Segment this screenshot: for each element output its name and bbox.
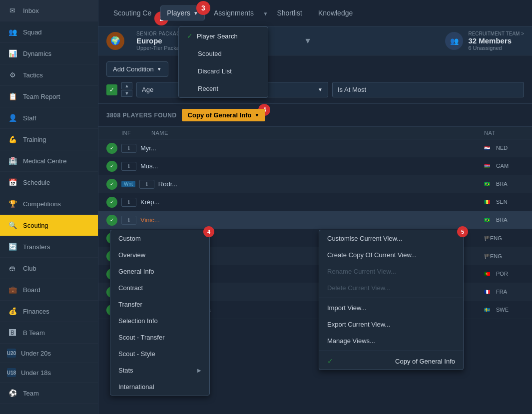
copy-general-info-option[interactable]: ✓ Copy of General Info: [319, 353, 463, 370]
add-condition-label: Add Condition: [113, 65, 154, 73]
sidebar-item-club[interactable]: 🏟 Club: [0, 258, 98, 279]
sidebar-item-squad[interactable]: 👥 Squad: [0, 21, 98, 43]
table-row[interactable]: ✓ ℹ Krép... 🇸🇳SEN: [98, 193, 532, 211]
sidebar-item-medical[interactable]: 🏥 Medical Centre: [0, 150, 98, 172]
recruit-info: 👥 RECRUITMENT TEAM > 32 Members 6 Unassi…: [445, 31, 524, 51]
recruit-details: RECRUITMENT TEAM > 32 Members 6 Unassign…: [468, 31, 524, 51]
create-copy-option[interactable]: Create Copy Of Current View...: [319, 247, 463, 263]
overview-label: Overview: [118, 251, 145, 259]
shortlist-nav[interactable]: Shortlist: [270, 5, 309, 21]
sidebar-item-board[interactable]: 💼 Board: [0, 279, 98, 301]
row-check-icon: ✓: [106, 143, 117, 154]
scout-style-view-option[interactable]: Scout - Style: [110, 346, 209, 362]
general-info-label: General Info: [118, 268, 154, 275]
sidebar-item-under20s[interactable]: U20 Under 20s: [0, 344, 98, 363]
manage-views-option[interactable]: Manage Views...: [319, 333, 463, 349]
selection-info-view-option[interactable]: Selection Info: [110, 313, 209, 329]
add-condition-button[interactable]: Add Condition ▼: [106, 61, 168, 77]
import-view-option[interactable]: Import View...: [319, 300, 463, 316]
col-nat-header: NAT: [484, 130, 524, 136]
club-icon: 🏟: [7, 263, 18, 274]
sidebar-item-dynamics[interactable]: 📊 Dynamics: [0, 43, 98, 64]
row-nat: 🏴ENG: [484, 234, 524, 242]
row-nat: 🇧🇷BRA: [484, 216, 524, 224]
scouted-label: Scouted: [198, 50, 222, 57]
sidebar-item-finances[interactable]: 💰 Finances: [0, 301, 98, 322]
customise-view-option[interactable]: Customise Current View... 5: [319, 230, 463, 247]
sidebar-item-label: Schedule: [23, 179, 50, 186]
row-info-icon: ℹ: [121, 198, 136, 207]
team-report-icon: 📋: [7, 91, 18, 102]
assignments-nav[interactable]: Assignments: [207, 5, 261, 21]
sidebar-item-label: Competitions: [23, 200, 61, 208]
stats-view-option[interactable]: Stats ▶: [110, 362, 209, 379]
players-dropdown-button[interactable]: Players ▼ 3: [160, 5, 205, 20]
table-row[interactable]: ✓ Wnt ℹ Rodr... 🇧🇷BRA: [98, 175, 532, 193]
badge-5: 5: [457, 226, 468, 237]
table-row[interactable]: ✓ ℹ Myr... 🇳🇱NED: [98, 139, 532, 157]
scouting-ce-nav[interactable]: Scouting Ce: [106, 5, 158, 21]
knowledge-nav[interactable]: Knowledge: [311, 5, 360, 21]
sidebar-item-label: Team Report: [23, 93, 60, 100]
view-options-right-menu: Customise Current View... 5 Create Copy …: [319, 230, 464, 370]
sidebar-item-label: Tactics: [23, 71, 43, 79]
sidebar-item-training[interactable]: 💪 Training: [0, 129, 98, 150]
discard-list-option[interactable]: Discard List: [179, 62, 268, 80]
separator: [319, 351, 463, 351]
sidebar-item-transfers[interactable]: 🔄 Transfers: [0, 236, 98, 258]
scouted-option[interactable]: Scouted: [179, 45, 268, 62]
contract-view-option[interactable]: Contract: [110, 280, 209, 296]
team-icon: ⚽: [7, 388, 18, 399]
tactics-icon: ⚙: [7, 69, 18, 80]
row-nat: 🇬🇲GAM: [484, 162, 524, 170]
condition-op-value[interactable]: Is At Most: [332, 82, 524, 97]
international-label: International: [118, 383, 154, 391]
recruit-label[interactable]: RECRUITMENT TEAM >: [468, 31, 524, 36]
current-view-button[interactable]: Copy of General Info ▼: [182, 109, 266, 121]
sidebar-item-label: Transfers: [23, 243, 50, 251]
delete-label: Delete Current View...: [327, 284, 390, 292]
sidebar-item-scouting[interactable]: 🔍 Scouting: [0, 215, 98, 236]
recruit-members: 32 Members: [468, 36, 524, 45]
player-search-option[interactable]: ✓ Player Search: [179, 27, 268, 45]
rename-view-option: Rename Current View...: [319, 263, 463, 280]
sidebar-item-inbox[interactable]: ✉ Inbox: [0, 0, 98, 21]
scout-transfer-label: Scout - Transfer: [118, 334, 164, 341]
finances-icon: 💰: [7, 306, 18, 317]
arrow-down-button[interactable]: ▼: [121, 90, 132, 97]
sidebar-item-tactics[interactable]: ⚙ Tactics: [0, 64, 98, 86]
condition-checkbox[interactable]: ✓: [106, 84, 117, 95]
export-view-option[interactable]: Export Current View...: [319, 316, 463, 333]
current-view-label: Copy of General Info: [188, 111, 252, 119]
recruit-unassigned: 6 Unassigned: [468, 45, 524, 51]
sidebar-item-team[interactable]: ⚽ Team: [0, 383, 98, 404]
view-chevron-icon: ▼: [254, 112, 259, 118]
custom-view-option[interactable]: Custom 4: [110, 230, 209, 247]
sidebar-item-staff[interactable]: 👤 Staff: [0, 107, 98, 129]
board-icon: 💼: [7, 284, 18, 295]
staff-icon: 👤: [7, 112, 18, 123]
condition-field-value: Age: [142, 86, 153, 93]
inbox-icon: ✉: [7, 5, 18, 16]
sidebar-item-under18s[interactable]: U18 Under 18s: [0, 363, 98, 383]
sidebar-item-competitions[interactable]: 🏆 Competitions: [0, 193, 98, 215]
sidebar-item-label: B Team: [23, 329, 45, 337]
sidebar-item-b-team[interactable]: 🅱 B Team: [0, 322, 98, 344]
row-name: Rodr...: [158, 180, 484, 188]
submenu-arrow-icon: ▶: [197, 368, 201, 373]
row-nat: 🇸🇳SEN: [484, 198, 524, 206]
scout-transfer-view-option[interactable]: Scout - Transfer: [110, 329, 209, 346]
recent-label: Recent: [198, 85, 218, 92]
overview-view-option[interactable]: Overview: [110, 247, 209, 263]
table-row[interactable]: ✓ ℹ Mus... 🇬🇲GAM: [98, 157, 532, 175]
transfer-view-option[interactable]: Transfer: [110, 296, 209, 313]
scout-chevron-icon[interactable]: ▼: [304, 36, 312, 45]
recent-option[interactable]: Recent: [179, 80, 268, 97]
international-view-option[interactable]: International: [110, 379, 209, 395]
sidebar-item-schedule[interactable]: 📅 Schedule: [0, 172, 98, 193]
table-row-highlighted[interactable]: ✓ ℹ Vinic... 🇧🇷BRA: [98, 211, 532, 229]
arrow-up-button[interactable]: ▲: [121, 82, 132, 89]
general-info-view-option[interactable]: General Info: [110, 263, 209, 280]
sidebar-item-team-report[interactable]: 📋 Team Report: [0, 86, 98, 107]
row-nat: 🇳🇱NED: [484, 144, 524, 152]
